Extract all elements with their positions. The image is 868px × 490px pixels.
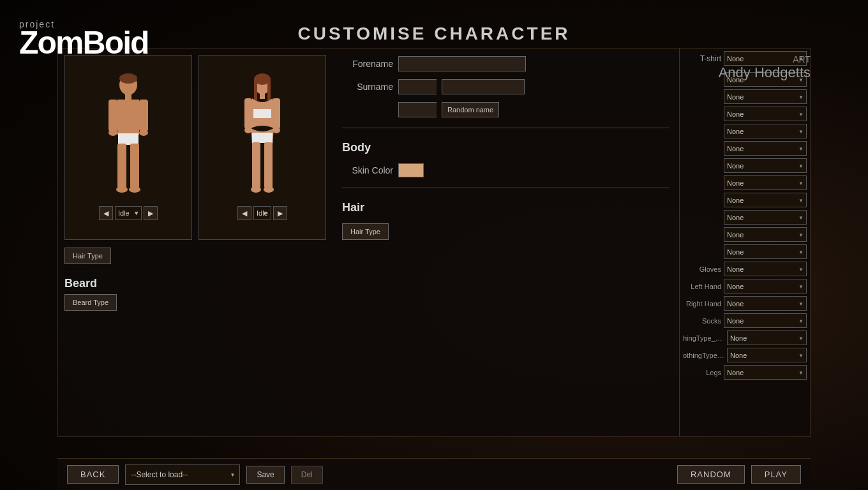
svg-point-21 (244, 127, 252, 133)
beard-section: Beard Beard Type (64, 272, 326, 311)
female-anim-select[interactable]: Idle (253, 206, 271, 220)
female-anim-select-wrap: Idle ▼ (253, 206, 271, 220)
clothing-select-2[interactable]: None (724, 107, 807, 121)
clothing-row-5: None (680, 157, 810, 174)
skin-color-row: Skin Color (342, 163, 670, 177)
svg-rect-20 (273, 98, 280, 129)
svg-point-11 (116, 186, 128, 193)
hair-type-button[interactable]: Hair Type (64, 248, 111, 264)
load-select-wrap: --Select to load-- (125, 464, 240, 485)
skin-color-label: Skin Color (342, 165, 393, 175)
clothing-select-7[interactable]: None (724, 193, 807, 207)
female-figure (237, 71, 288, 224)
clothing-drop-wrap-11: None (724, 262, 807, 276)
clothing-drop-wrap-4: None (724, 141, 807, 156)
clothing-drop-wrap-16: None (727, 348, 807, 362)
skin-color-swatch[interactable] (398, 163, 424, 177)
svg-rect-8 (118, 133, 138, 145)
surname-row: Surname (342, 79, 670, 94)
svg-point-1 (119, 73, 137, 84)
save-button[interactable]: Save (246, 466, 284, 484)
art-label: ART (719, 54, 811, 64)
clothing-select-11[interactable]: None (724, 262, 807, 276)
svg-rect-3 (117, 100, 139, 135)
svg-rect-24 (252, 142, 260, 188)
male-anim-select[interactable]: Idle (115, 206, 142, 220)
clothing-drop-wrap-1: None (724, 89, 807, 104)
main-panel: ◀ Idle ▼ ▶ (57, 48, 811, 437)
clothing-row-16: othingType_SockLeftNone (680, 346, 810, 364)
clothing-select-8[interactable]: None (724, 210, 807, 225)
art-name: Andy Hodgetts (719, 64, 811, 81)
female-next-btn[interactable]: ▶ (273, 206, 287, 220)
body-title: Body (342, 141, 670, 154)
female-nav: ◀ Idle ▼ ▶ (199, 206, 326, 220)
hair-type-section: Hair Type (64, 248, 326, 264)
svg-rect-10 (130, 144, 139, 188)
page-title: CUSTOMISE CHARACTER (0, 14, 868, 50)
clothing-select-4[interactable]: None (724, 141, 807, 156)
clothing-row-1: None (680, 88, 810, 105)
clothing-row-4: None (680, 140, 810, 157)
female-prev-btn[interactable]: ◀ (237, 206, 251, 220)
svg-point-6 (108, 130, 117, 136)
forename-label: Forename (342, 59, 393, 69)
load-select[interactable]: --Select to load-- (125, 464, 240, 485)
clothing-row-13: Right HandNone (680, 295, 810, 312)
clothing-select-5[interactable]: None (724, 158, 807, 173)
svg-point-12 (129, 186, 140, 193)
clothing-select-13[interactable]: None (724, 296, 807, 311)
svg-rect-4 (108, 100, 117, 131)
bottom-bar: BACK --Select to load-- Save Del RANDOM … (57, 458, 811, 490)
clothing-row-9: None (680, 226, 810, 243)
divider-2 (342, 188, 670, 188)
clothing-select-10[interactable]: None (724, 244, 807, 259)
clothing-row-14: SocksNone (680, 312, 810, 329)
beard-title: Beard (64, 277, 326, 290)
svg-point-27 (264, 186, 274, 193)
male-next-btn[interactable]: ▶ (144, 206, 158, 220)
svg-point-7 (139, 130, 148, 136)
clothing-select-15[interactable]: None (727, 330, 807, 345)
scrollable-clothing[interactable]: NoneNoneNoneNoneNoneNoneNoneNoneNoneNone… (680, 68, 810, 436)
clothing-drop-wrap-7: None (724, 193, 807, 207)
clothing-select-12[interactable]: None (724, 279, 807, 293)
surname-label: Surname (342, 82, 393, 92)
clothing-label-14: Socks (702, 317, 721, 325)
clothing-drop-wrap-5: None (724, 158, 807, 173)
clothing-rows: NoneNoneNoneNoneNoneNoneNoneNoneNoneNone… (680, 71, 810, 381)
surname-prefix-input[interactable] (398, 79, 437, 94)
divider-1 (342, 128, 670, 128)
clothing-label-12: Left Hand (691, 283, 721, 290)
random-name-button[interactable]: Random name (442, 102, 499, 117)
del-button: Del (291, 466, 323, 484)
surname-input[interactable] (442, 79, 525, 94)
clothing-row-15: hingType_SockRightNone (680, 329, 810, 346)
forename-row: Forename (342, 56, 670, 71)
forename-input[interactable] (398, 56, 526, 71)
clothing-drop-wrap-10: None (724, 244, 807, 259)
random-prefix-input[interactable] (398, 102, 437, 117)
hair-type-btn-center[interactable]: Hair Type (342, 223, 389, 240)
clothing-select-16[interactable]: None (727, 348, 807, 362)
clothing-drop-wrap-6: None (724, 175, 807, 190)
svg-point-22 (273, 127, 280, 133)
play-button[interactable]: PLAY (751, 465, 801, 484)
clothing-select-3[interactable]: None (724, 124, 807, 138)
random-button[interactable]: RANDOM (677, 465, 745, 484)
clothing-select-17[interactable]: None (724, 365, 807, 380)
clothing-label-16: othingType_SockLeft (683, 352, 724, 359)
svg-rect-2 (125, 94, 131, 100)
male-figure (100, 71, 157, 224)
clothing-select-14[interactable]: None (724, 313, 807, 328)
male-prev-btn[interactable]: ◀ (99, 206, 113, 220)
hair-type-row: Hair Type (342, 223, 670, 240)
clothing-select-6[interactable]: None (724, 175, 807, 190)
svg-rect-23 (252, 133, 273, 143)
clothing-label-11: Gloves (700, 265, 721, 273)
beard-type-button[interactable]: Beard Type (64, 294, 117, 311)
clothing-select-1[interactable]: None (724, 89, 807, 104)
clothing-select-9[interactable]: None (724, 227, 807, 242)
back-button[interactable]: BACK (67, 465, 119, 484)
clothing-row-3: None (680, 122, 810, 140)
